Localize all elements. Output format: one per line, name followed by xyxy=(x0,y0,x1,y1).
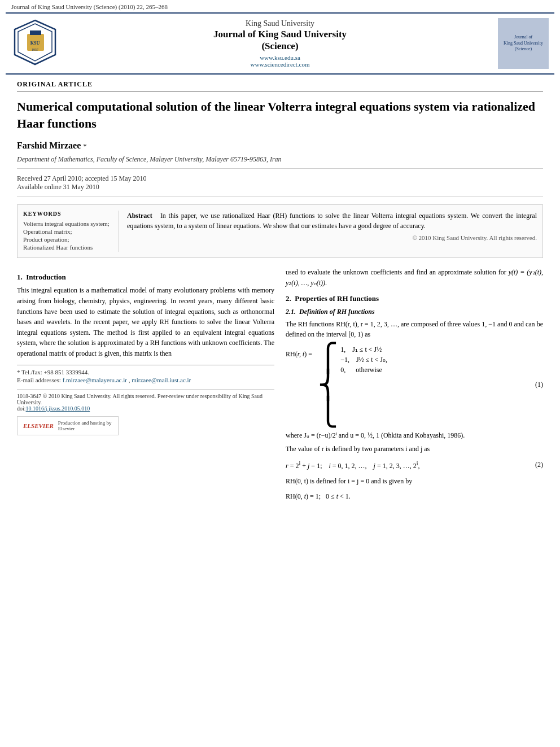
main-content: ORIGINAL ARTICLE Numerical computational… xyxy=(0,75,560,518)
keyword-3: Product operation; xyxy=(23,236,113,243)
svg-text:KSU: KSU xyxy=(30,41,40,46)
keywords-box: KEYWORDS Volterra integral equations sys… xyxy=(23,211,119,252)
header-center: King Saud University Journal of King Sau… xyxy=(62,19,498,68)
eq2-number: (2) xyxy=(530,461,543,469)
available-date: Available online 31 May 2010 xyxy=(17,183,543,191)
eq1-piecewise: ⎧⎨⎩ xyxy=(318,344,338,426)
keywords-title: KEYWORDS xyxy=(23,211,113,217)
footnote-email-label: E-mail addresses: xyxy=(17,377,61,383)
eq1-case-1: 1, J₁ ≤ t < J½ xyxy=(340,346,387,354)
journal-header: KSU 1957 King Saud University Journal of… xyxy=(6,12,554,75)
ksu-emblem-svg: KSU 1957 xyxy=(11,18,59,66)
eq1-cases: 1, J₁ ≤ t < J½ −1, J½ ≤ t < J₀, 0, other… xyxy=(340,344,387,374)
keywords-abstract-section: KEYWORDS Volterra integral equations sys… xyxy=(17,204,543,258)
footnote-email: E-mail addresses: f.mirzaee@malayeru.ac.… xyxy=(17,377,274,383)
svg-text:1957: 1957 xyxy=(32,48,38,51)
keyword-2: Operational matrix; xyxy=(23,228,113,235)
abstract-text: Abstract In this paper, we use rationali… xyxy=(127,211,537,231)
author-name: Farshid Mirzaee * xyxy=(17,141,543,151)
rh-ju-text: where Jᵤ = (r−u)/2ⁱ and u = 0, ½, 1 (Ohk… xyxy=(286,430,543,441)
elsevier-hosting-text: Production and hosting by Elsevier xyxy=(58,420,112,431)
dates: Received 27 April 2010; accepted 15 May … xyxy=(17,174,543,196)
university-name: King Saud University xyxy=(68,19,492,28)
keyword-1: Volterra integral equations system; xyxy=(23,220,113,227)
intro-paragraph-2: used to evaluate the unknown coefficient… xyxy=(286,267,543,288)
issn-line: 1018-3647 © 2010 King Saud University. A… xyxy=(17,393,274,405)
footnote-email1[interactable]: f.mirzaee@malayeru.ac.ir xyxy=(63,377,127,383)
copyright-notice: © 2010 King Saud University. All rights … xyxy=(127,234,537,241)
rh-definition-text: The RH functions RH(r, t), r = 1, 2, 3, … xyxy=(286,319,543,340)
doi-line: doi:10.1016/j.jksus.2010.05.010 xyxy=(17,405,274,412)
journal-name-line1: Journal of King Saud University xyxy=(68,28,492,41)
journal-logo-right: Journal ofKing Saud University(Science) xyxy=(498,18,549,69)
footnote-area: * Tel./fax: +98 851 3339944. E-mail addr… xyxy=(17,365,274,383)
elsevier-logo: ELSEVIER xyxy=(23,422,54,429)
url2: www.sciencedirect.com xyxy=(68,61,492,68)
received-date: Received 27 April 2010; accepted 15 May … xyxy=(17,174,543,183)
page: Journal of King Saud University (Science… xyxy=(0,0,560,747)
author-asterisk: * xyxy=(83,142,87,150)
eq1-label: RH(r, t) = xyxy=(286,344,312,359)
journal-ref: Journal of King Saud University (Science… xyxy=(11,3,168,10)
url1: www.ksu.edu.sa xyxy=(68,54,492,61)
article-title: Numerical computational solution of the … xyxy=(17,98,543,132)
equation-1-block: RH(r, t) = ⎧⎨⎩ 1, J₁ ≤ t < J½ −1, J½ ≤ t… xyxy=(286,344,543,426)
elsevier-box: ELSEVIER Production and hosting by Elsev… xyxy=(17,416,119,435)
svg-rect-3 xyxy=(30,30,41,35)
keyword-4: Rationalized Haar functions xyxy=(23,244,113,251)
logo-right-text: Journal ofKing Saud University(Science) xyxy=(504,34,543,52)
equation-3-block: RH(0, t) = 1; 0 ≤ t < 1. xyxy=(286,492,543,501)
article-type: ORIGINAL ARTICLE xyxy=(17,80,543,91)
bottom-bar: 1018-3647 © 2010 King Saud University. A… xyxy=(17,389,274,412)
affiliation: Department of Mathematics, Faculty of Sc… xyxy=(17,155,543,169)
doi-link[interactable]: 10.1016/j.jksus.2010.05.010 xyxy=(26,405,90,412)
column-left: 1. Introduction This integral equation i… xyxy=(17,267,274,506)
doi-text: doi: xyxy=(17,405,26,412)
footnote-tel: * Tel./fax: +98 851 3339944. xyxy=(17,369,274,375)
piecewise-brace: ⎧⎨⎩ xyxy=(318,343,338,427)
equation-2-block: r = 2i + j − 1; i = 0, 1, 2, …, j = 1, 2… xyxy=(286,460,543,470)
article-body: 1. Introduction This integral equation i… xyxy=(17,267,543,506)
top-bar: Journal of King Saud University (Science… xyxy=(0,0,560,12)
journal-name-line2: (Science) xyxy=(68,41,492,52)
journal-urls: www.ksu.edu.sa www.sciencedirect.com xyxy=(68,54,492,68)
eq1-case-3: 0, otherwise xyxy=(340,366,387,374)
eq1-number: (1) xyxy=(530,381,543,389)
footnote-email2[interactable]: mirzaee@mail.iust.ac.ir xyxy=(132,377,191,383)
intro-section-title: 1. Introduction xyxy=(17,273,274,282)
abstract-label: Abstract xyxy=(127,212,152,220)
eq1-case-2: −1, J½ ≤ t < J₀, xyxy=(340,356,387,364)
rh-r-definition-text: The value of r is defined by two paramet… xyxy=(286,444,543,455)
intro-paragraph-1: This integral equation is a mathematical… xyxy=(17,285,274,359)
elsevier-logo-text: ELSEVIER xyxy=(23,422,54,429)
eq3-content: RH(0, t) = 1; 0 ≤ t < 1. xyxy=(286,492,351,501)
ksu-logo-left: KSU 1957 xyxy=(11,18,62,69)
properties-section-title: 2. Properties of RH functions xyxy=(286,294,543,303)
definition-subsection-title: 2.1. Definition of RH functions xyxy=(286,308,543,316)
eq2-content: r = 2i + j − 1; i = 0, 1, 2, …, j = 1, 2… xyxy=(286,460,420,470)
abstract-box: Abstract In this paper, we use rationali… xyxy=(127,211,537,252)
abstract-body: In this paper, we use rationalized Haar … xyxy=(127,212,537,230)
rh-zero-text: RH(0, t) is defined for i = j = 0 and is… xyxy=(286,476,543,487)
column-right: used to evaluate the unknown coefficient… xyxy=(286,267,543,506)
